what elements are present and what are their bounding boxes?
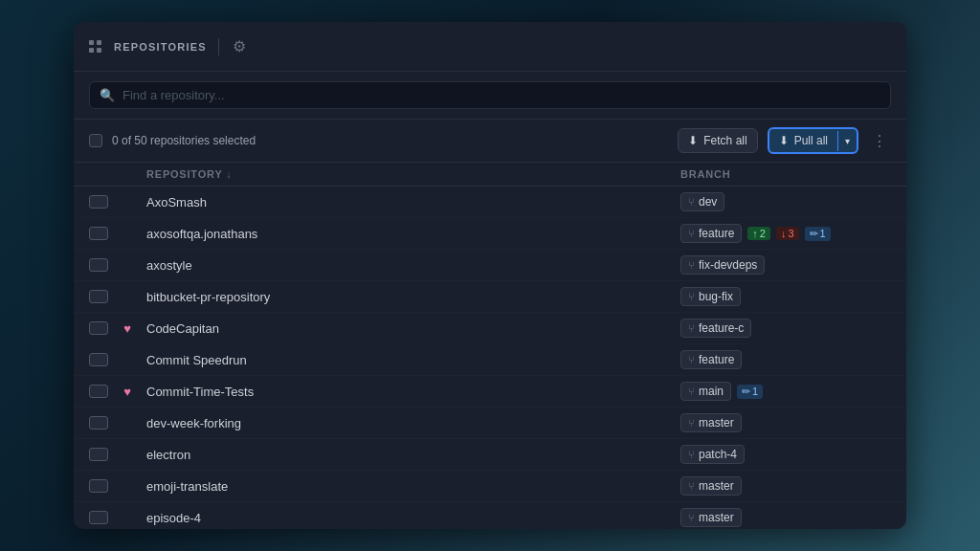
panel-title: REPOSITORIES (114, 41, 207, 53)
branch-column: ⑂master (680, 413, 891, 432)
branch-name: master (699, 511, 734, 524)
down-arrow-icon: ↓ (781, 228, 787, 239)
branch-name: feature (699, 353, 734, 366)
branch-column: ⑂feature↑2↓3✏1 (680, 224, 891, 243)
branch-column: ⑂master (680, 476, 891, 496)
fetch-all-button[interactable]: ⬇ Fetch all (678, 128, 757, 153)
branch-name: dev (699, 195, 717, 209)
table-row: Commit Speedrun⑂feature (74, 344, 906, 376)
fetch-icon: ⬇ (688, 134, 698, 147)
more-options-button[interactable]: ⋮ (868, 128, 891, 154)
table-row: emoji-translate⑂master (74, 471, 906, 502)
repository-name[interactable]: bitbucket-pr-repository (146, 290, 680, 304)
row-checkbox[interactable] (89, 385, 108, 398)
repository-name[interactable]: AxoSmash (146, 195, 680, 209)
column-headers: REPOSITORY ↓ BRANCH (74, 163, 906, 187)
repository-name[interactable]: episode-4 (146, 511, 680, 525)
branch-icon: ⑂ (688, 228, 695, 239)
table-row: dev-week-forking⑂master (74, 408, 906, 439)
branch-name: feature-c (699, 321, 744, 335)
table-row: electron⑂patch-4 (74, 439, 906, 471)
branch-badge: ↓3 (776, 227, 799, 240)
select-all-checkbox[interactable] (89, 134, 102, 147)
branch-column: ⑂fix-devdeps (680, 255, 891, 275)
row-checkbox[interactable] (89, 195, 108, 209)
branch-tag[interactable]: ⑂bug-fix (680, 287, 741, 306)
row-checkbox[interactable] (89, 479, 108, 493)
selection-label: 0 of 50 repositories selected (112, 134, 668, 147)
branch-column: ⑂feature-c (680, 319, 891, 338)
branch-tag[interactable]: ⑂main (680, 382, 731, 401)
branch-column: ⑂main✏1 (680, 382, 891, 401)
repository-name[interactable]: CodeCapitan (146, 321, 680, 336)
row-checkbox[interactable] (89, 353, 108, 366)
header-divider (218, 38, 219, 55)
toolbar: 0 of 50 repositories selected ⬇ Fetch al… (74, 120, 906, 163)
branch-tag[interactable]: ⑂dev (680, 192, 724, 211)
row-checkbox[interactable] (89, 321, 108, 335)
branch-icon: ⑂ (688, 291, 695, 302)
branch-name: main (699, 385, 724, 398)
row-checkbox[interactable] (89, 258, 108, 272)
branch-tag[interactable]: ⑂feature (680, 224, 742, 243)
heart-icon: ♥ (123, 385, 131, 399)
branch-icon: ⑂ (688, 449, 695, 460)
search-input[interactable] (122, 88, 880, 102)
heart-icon: ♥ (123, 321, 131, 336)
table-row: axosoftqa.jonathans⑂feature↑2↓3✏1 (74, 218, 906, 250)
repository-name[interactable]: Commit-Time-Tests (146, 385, 680, 399)
grid-icon (89, 40, 102, 54)
settings-button[interactable]: ⚙ (231, 35, 248, 57)
pull-all-button[interactable]: ⬇ Pull all (769, 129, 837, 152)
branch-icon: ⑂ (688, 480, 695, 492)
fetch-all-label: Fetch all (703, 134, 746, 147)
branch-badge: ✏1 (805, 227, 831, 241)
search-bar: 🔍 (74, 72, 906, 120)
branch-icon: ⑂ (688, 386, 695, 397)
branch-tag[interactable]: ⑂patch-4 (680, 445, 745, 464)
repositories-panel: REPOSITORIES ⚙ 🔍 0 of 50 repositories se… (74, 22, 906, 529)
branch-tag[interactable]: ⑂fix-devdeps (680, 255, 765, 275)
repository-name[interactable]: dev-week-forking (146, 416, 680, 430)
branch-tag[interactable]: ⑂master (680, 476, 742, 496)
search-icon: 🔍 (100, 88, 115, 102)
repository-name[interactable]: axosoftqa.jonathans (146, 227, 680, 241)
branch-icon: ⑂ (688, 417, 695, 429)
edit-icon: ✏ (742, 386, 750, 398)
repository-name[interactable]: electron (146, 448, 680, 462)
row-checkbox[interactable] (89, 511, 108, 524)
favorite-button[interactable]: ♥ (108, 321, 146, 336)
branch-column: ⑂dev (680, 192, 891, 211)
table-row: axostyle⑂fix-devdeps (74, 250, 906, 281)
pull-all-dropdown-button[interactable]: ▾ (837, 131, 857, 151)
branch-tag[interactable]: ⑂feature-c (680, 319, 751, 338)
branch-name: fix-devdeps (699, 258, 757, 272)
branch-icon: ⑂ (688, 196, 695, 208)
branch-column: ⑂master (680, 508, 891, 527)
repository-name[interactable]: Commit Speedrun (146, 353, 680, 367)
branch-tag[interactable]: ⑂feature (680, 350, 742, 369)
branch-tag[interactable]: ⑂master (680, 413, 742, 432)
repo-col-header: REPOSITORY ↓ (146, 168, 680, 180)
up-arrow-icon: ↑ (752, 228, 758, 239)
sort-icon: ↓ (227, 169, 233, 180)
repository-name[interactable]: emoji-translate (146, 479, 680, 494)
row-checkbox[interactable] (89, 290, 108, 303)
table-row: ♥CodeCapitan⑂feature-c (74, 313, 906, 344)
repository-name[interactable]: axostyle (146, 258, 680, 273)
edit-icon: ✏ (810, 228, 818, 240)
branch-tag[interactable]: ⑂master (680, 508, 742, 527)
branch-name: master (699, 479, 734, 493)
favorite-button[interactable]: ♥ (108, 385, 146, 399)
branch-name: master (699, 416, 734, 430)
pull-all-button-group: ⬇ Pull all ▾ (768, 127, 858, 154)
row-checkbox[interactable] (89, 227, 108, 240)
table-row: ♥Commit-Time-Tests⑂main✏1 (74, 376, 906, 408)
table-row: AxoSmash⑂dev (74, 187, 906, 218)
branch-icon: ⑂ (688, 259, 695, 271)
branch-badge: ✏1 (737, 385, 763, 399)
pull-icon: ⬇ (779, 134, 789, 147)
row-checkbox[interactable] (89, 448, 108, 461)
row-checkbox[interactable] (89, 416, 108, 430)
branch-name: bug-fix (699, 290, 733, 303)
